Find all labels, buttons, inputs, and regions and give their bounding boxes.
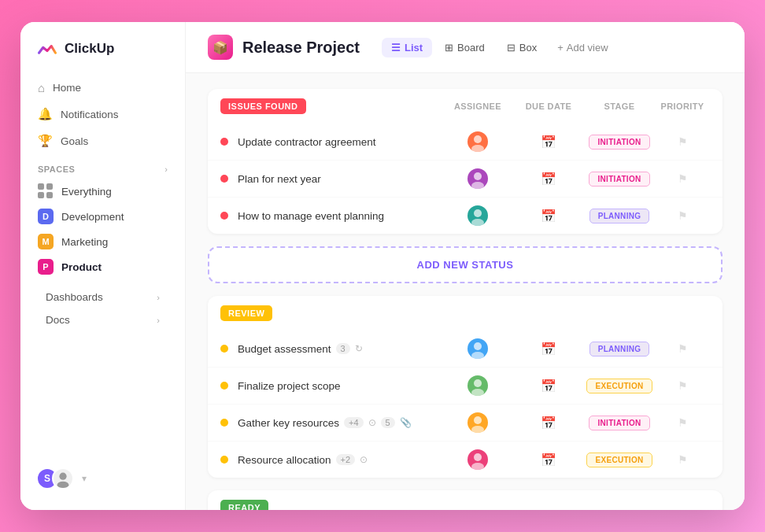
sidebar-item-notifications[interactable]: 🔔 Notifications xyxy=(28,102,177,127)
task-stage: INITIATION xyxy=(584,416,655,430)
task-extra-badge: +4 xyxy=(344,417,364,428)
sidebar-item-goals[interactable]: 🏆 Goals xyxy=(28,128,177,153)
task-priority: ⚑ xyxy=(655,172,710,185)
task-dot-orange xyxy=(220,345,228,353)
svg-point-3 xyxy=(471,145,484,152)
task-dot-orange xyxy=(220,382,228,390)
svg-point-1 xyxy=(57,482,69,489)
svg-point-11 xyxy=(471,389,484,396)
task-row[interactable]: Finalize project scope 📅 EXECUTION ⚑ xyxy=(208,368,722,405)
task-dot-red xyxy=(220,175,228,183)
everything-icon xyxy=(38,183,54,199)
task-dot-red xyxy=(220,212,228,220)
review-badge: REVIEW xyxy=(220,305,272,321)
task-row[interactable]: Budget assessment 3 ↻ 📅 PLANNING ⚑ xyxy=(208,331,722,368)
add-new-status-button[interactable]: ADD NEW STATUS xyxy=(208,246,722,283)
docs-chevron-icon: › xyxy=(157,316,160,325)
stage-badge: EXECUTION xyxy=(586,379,652,393)
flag-icon: ⚑ xyxy=(678,172,688,185)
list-tab-icon: ☰ xyxy=(391,42,401,54)
user-avatars[interactable]: S xyxy=(36,467,74,490)
clickup-logo-icon xyxy=(36,38,58,60)
tab-list[interactable]: ☰ List xyxy=(382,38,432,57)
project-title: Release Project xyxy=(242,39,360,57)
marketing-label: Marketing xyxy=(61,236,108,248)
task-assignee xyxy=(442,338,513,359)
task-due: 📅 xyxy=(513,209,584,224)
add-view-button[interactable]: + Add view xyxy=(549,38,615,57)
svg-point-6 xyxy=(474,209,482,217)
user-avatar-secondary xyxy=(52,467,74,490)
task-priority: ⚑ xyxy=(655,209,710,222)
task-due: 📅 xyxy=(513,453,584,467)
spaces-section-header: Spaces › xyxy=(20,153,185,179)
svg-point-8 xyxy=(474,342,482,350)
add-view-plus-icon: + xyxy=(557,42,564,54)
bell-icon: 🔔 xyxy=(38,107,53,121)
flag-icon: ⚑ xyxy=(678,453,688,466)
flag-icon: ⚑ xyxy=(678,209,688,222)
svg-point-0 xyxy=(59,473,66,480)
main-header: 📦 Release Project ☰ List ⊞ Board ⊟ Box +… xyxy=(186,22,745,73)
task-stage: INITIATION xyxy=(584,135,655,150)
avatar xyxy=(468,338,488,359)
product-badge: P xyxy=(38,259,54,275)
svg-point-10 xyxy=(474,379,482,387)
task-row[interactable]: Update contractor agreement 📅 INITIATION… xyxy=(208,124,722,161)
svg-point-4 xyxy=(474,172,482,180)
stage-badge: INITIATION xyxy=(589,135,649,150)
svg-point-13 xyxy=(471,426,484,433)
task-priority: ⚑ xyxy=(655,416,710,429)
task-row[interactable]: Resource allocation +2 ⊙ 📅 EXECUTION ⚑ xyxy=(208,441,722,478)
calendar-icon: 📅 xyxy=(541,209,556,224)
add-status-label: ADD NEW STATUS xyxy=(417,259,514,271)
sidebar-item-docs[interactable]: Docs › xyxy=(28,308,177,331)
sidebar-item-development[interactable]: D Development xyxy=(28,204,177,229)
sidebar-item-product[interactable]: P Product xyxy=(28,254,177,279)
tab-board[interactable]: ⊞ Board xyxy=(435,38,494,57)
development-badge: D xyxy=(38,209,54,224)
goals-label: Goals xyxy=(61,135,88,147)
avatar xyxy=(468,449,488,470)
spaces-chevron-icon[interactable]: › xyxy=(164,164,168,174)
flag-icon: ⚑ xyxy=(678,342,688,355)
sidebar-item-home[interactable]: ⌂ Home xyxy=(28,76,177,100)
link-icon: ⊙ xyxy=(368,417,376,428)
svg-point-2 xyxy=(474,135,482,143)
sidebar-item-everything[interactable]: Everything xyxy=(28,179,177,204)
dashboards-label: Dashboards xyxy=(46,291,103,303)
task-dot-red xyxy=(220,138,228,146)
box-tab-icon: ⊟ xyxy=(507,42,516,54)
task-row[interactable]: How to manage event planning 📅 PLANNING … xyxy=(208,198,722,234)
board-tab-label: Board xyxy=(457,42,485,54)
tab-box[interactable]: ⊟ Box xyxy=(497,38,546,57)
task-row[interactable]: Plan for next year 📅 INITIATION ⚑ xyxy=(208,161,722,198)
box-tab-label: Box xyxy=(519,42,537,54)
avatar xyxy=(468,205,488,226)
task-stage: EXECUTION xyxy=(584,453,655,467)
sidebar-nav: ⌂ Home 🔔 Notifications 🏆 Goals xyxy=(20,76,185,153)
stage-badge: EXECUTION xyxy=(586,453,652,467)
calendar-icon: 📅 xyxy=(541,172,556,187)
svg-point-7 xyxy=(471,219,484,226)
task-due: 📅 xyxy=(513,135,584,150)
task-name: Gather key resources +4 ⊙ 5 📎 xyxy=(238,417,442,429)
home-icon: ⌂ xyxy=(38,81,45,94)
task-clip-count: 5 xyxy=(381,417,395,428)
sidebar-item-dashboards[interactable]: Dashboards › xyxy=(28,286,177,308)
sidebar-item-marketing[interactable]: M Marketing xyxy=(28,229,177,254)
spaces-title: Spaces xyxy=(38,164,75,174)
task-dot-orange xyxy=(220,419,228,427)
task-name: Resource allocation +2 ⊙ xyxy=(238,454,442,466)
docs-label: Docs xyxy=(46,314,70,326)
svg-point-14 xyxy=(474,453,482,461)
task-dot-orange xyxy=(220,456,228,464)
task-assignee xyxy=(442,375,513,396)
stage-badge: INITIATION xyxy=(589,416,649,430)
task-row[interactable]: Gather key resources +4 ⊙ 5 📎 📅 INITIATI… xyxy=(208,405,722,441)
app-logo-text: ClickUp xyxy=(65,41,114,57)
task-priority: ⚑ xyxy=(655,135,710,148)
task-name: Finalize project scope xyxy=(238,380,442,392)
task-assignee xyxy=(442,412,513,433)
stage-badge: PLANNING xyxy=(589,209,650,224)
